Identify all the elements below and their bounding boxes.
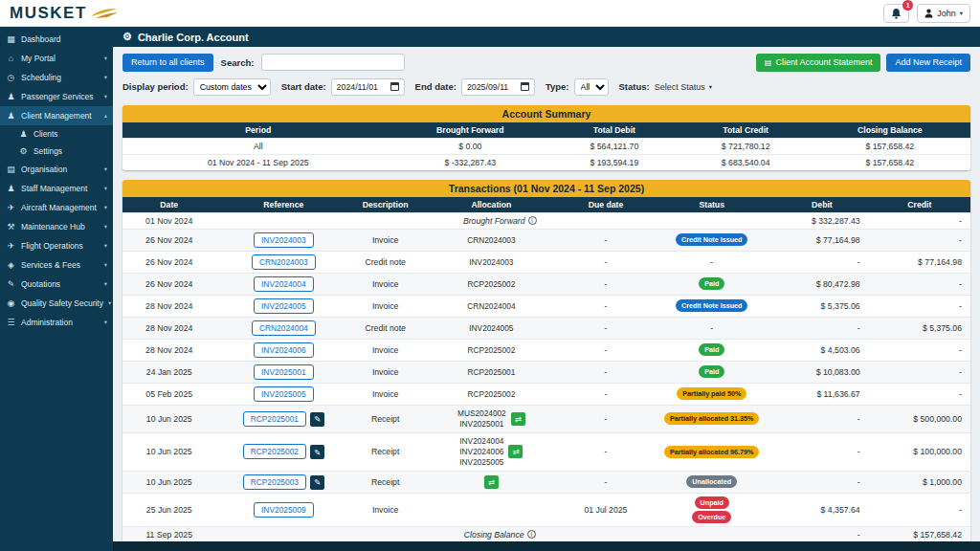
transaction-allocation: INV2024005 [419, 317, 564, 339]
allocation-references: CRN2024004 [467, 301, 515, 311]
sidebar-item-quality-safety-security[interactable]: ◉Quality Safety Security▾ [0, 294, 113, 313]
transaction-due-date: - [564, 405, 649, 432]
sidebar-item-label: Flight Operations [21, 241, 83, 251]
transaction-reference: CRN2024004 [215, 317, 351, 339]
sidebar-item-label: Maintenance Hub [21, 222, 85, 231]
sidebar-item-maintenance-hub[interactable]: ⚒Maintenance Hub▾ [0, 217, 113, 236]
transfer-icon: ⇄ [515, 414, 522, 424]
edit-receipt-button[interactable]: ✎ [310, 412, 324, 427]
status-badge: Overdue [692, 511, 731, 523]
reference-link[interactable]: INV2025005 [254, 386, 314, 402]
chevron-up-icon: ▴ [104, 112, 107, 120]
transaction-debit: $ 11,636.67 [775, 383, 868, 405]
notifications-button[interactable]: 1 [883, 4, 909, 23]
sidebar-subitem-clients[interactable]: ♟Clients [0, 125, 113, 143]
sidebar-item-staff-management[interactable]: ♟Staff Management▾ [0, 179, 113, 198]
reference-link[interactable]: INV2024004 [254, 276, 314, 292]
reference-link[interactable]: RCP2025001 [243, 411, 306, 427]
sidebar-item-label: Passenger Services [21, 92, 94, 101]
reference-link[interactable]: INV2025009 [254, 502, 314, 518]
status-select[interactable]: Select Status ▾ [655, 82, 712, 92]
summary-row: All$ 0.00$ 564,121.70$ 721,780.12$ 157,6… [122, 138, 970, 154]
transaction-allocation: INV2024004INV2024006INV2025005⇄ [419, 432, 564, 471]
sidebar-item-flight-operations[interactable]: ✈Flight Operations▾ [0, 236, 113, 255]
transaction-debit: $ 10,083.00 [775, 361, 868, 383]
user-name: John [937, 9, 956, 18]
allocate-button[interactable]: ⇄ [484, 475, 499, 489]
sidebar-item-organisation[interactable]: ▤Organisation▾ [0, 160, 113, 179]
transaction-date: 10 Jun 2025 [122, 432, 215, 471]
edit-receipt-button[interactable]: ✎ [310, 445, 324, 459]
transaction-date: 10 Jun 2025 [122, 405, 215, 432]
sidebar: ▦Dashboard⌂My Portal▾◷Scheduling▾♟Passen… [0, 27, 113, 551]
reference-link[interactable]: INV2024003 [254, 232, 314, 248]
transaction-allocation: RCP2025002 [419, 273, 564, 295]
administration-icon: ☰ [6, 318, 16, 327]
transaction-description: Receipt [351, 471, 419, 493]
reference-link[interactable]: CRN2024003 [252, 254, 316, 270]
sidebar-item-client-management[interactable]: ♟Client Management▴ [0, 106, 113, 125]
allocate-button[interactable]: ⇄ [508, 445, 523, 458]
chevron-down-icon: ▾ [104, 223, 107, 231]
transaction-date: 05 Feb 2025 [122, 383, 215, 405]
reference-link[interactable]: INV2024005 [254, 298, 314, 314]
allocate-button[interactable]: ⇄ [511, 412, 525, 426]
my-portal-icon: ⌂ [6, 54, 16, 63]
sidebar-item-administration[interactable]: ☰Administration▾ [0, 313, 113, 332]
transaction-debit: $ 332,287.43 [775, 212, 868, 229]
transaction-due-date: - [564, 339, 649, 361]
transaction-status: UnpaidOverdue [648, 493, 775, 526]
sidebar-item-my-portal[interactable]: ⌂My Portal▾ [0, 49, 113, 68]
user-menu-button[interactable]: John ▾ [917, 4, 970, 23]
transaction-description: Invoice [351, 295, 419, 317]
calendar-icon[interactable] [521, 82, 529, 91]
sidebar-item-passenger-services[interactable]: ♟Passenger Services▾ [0, 87, 113, 106]
summary-cell: 01 Nov 2024 - 11 Sep 2025 [122, 154, 394, 170]
allocation-references: INV2024004INV2024006INV2025005 [459, 436, 503, 468]
display-period-label: Display period: [122, 81, 189, 92]
status-badge: Unallocated [686, 475, 737, 488]
type-select[interactable]: All [574, 78, 609, 96]
search-label: Search: [221, 57, 255, 68]
summary-column-header: Period [122, 122, 394, 139]
sidebar-item-quotations[interactable]: ✎Quotations▾ [0, 275, 113, 294]
transaction-row: 11 Sep 2025Closing Balancei-$ 157,658.42 [122, 526, 970, 541]
reference-link[interactable]: INV2024006 [254, 342, 314, 358]
transactions-column-header: Debit [775, 197, 868, 213]
status-badges: Paid [652, 343, 771, 356]
end-date-input[interactable] [467, 82, 517, 92]
transfer-icon: ⇄ [512, 447, 519, 456]
transaction-allocation: INV2024003 [419, 251, 564, 273]
calendar-icon[interactable] [390, 82, 399, 91]
add-new-receipt-button[interactable]: Add New Receipt [886, 54, 970, 72]
sidebar-subitem-settings[interactable]: ⚙Settings [0, 143, 113, 160]
top-header: MUSKET 1 John ▾ [0, 0, 980, 27]
reference-link[interactable]: CRN2024004 [252, 320, 316, 336]
edit-receipt-button[interactable]: ✎ [310, 475, 324, 490]
sidebar-item-services-fees[interactable]: ◈Services & Fees▾ [0, 255, 113, 275]
info-icon[interactable]: i [528, 216, 537, 225]
display-period-select[interactable]: Custom dates [193, 78, 271, 96]
transaction-allocation: RCP2025002 [419, 339, 564, 361]
transaction-row: 25 Jun 2025INV2025009Invoice01 Jul 2025U… [122, 493, 970, 526]
transaction-debit: - [775, 251, 868, 273]
transaction-credit: - [869, 339, 970, 361]
return-to-clients-button[interactable]: Return to all clients [122, 54, 213, 72]
sidebar-item-aircraft-management[interactable]: ✈Aircraft Management▾ [0, 198, 113, 217]
status-badge: Unpaid [695, 496, 729, 509]
client-account-statement-button[interactable]: ▤ Client Account Statement [756, 54, 881, 72]
transaction-status: Paid [648, 339, 775, 361]
reference-link[interactable]: RCP2025002 [243, 444, 306, 459]
transaction-credit: - [869, 295, 970, 317]
reference-link[interactable]: RCP2025003 [243, 474, 306, 490]
start-date-input[interactable] [337, 82, 387, 92]
reference-link[interactable]: INV2025001 [254, 364, 314, 380]
sidebar-item-dashboard[interactable]: ▦Dashboard [0, 30, 113, 49]
summary-cell: All [122, 138, 394, 154]
info-icon[interactable]: i [527, 530, 536, 539]
sidebar-item-scheduling[interactable]: ◷Scheduling▾ [0, 68, 113, 87]
transaction-credit: - [869, 273, 970, 295]
search-input[interactable] [261, 54, 405, 71]
notification-count-badge: 1 [902, 0, 913, 11]
chevron-down-icon: ▾ [104, 74, 107, 81]
